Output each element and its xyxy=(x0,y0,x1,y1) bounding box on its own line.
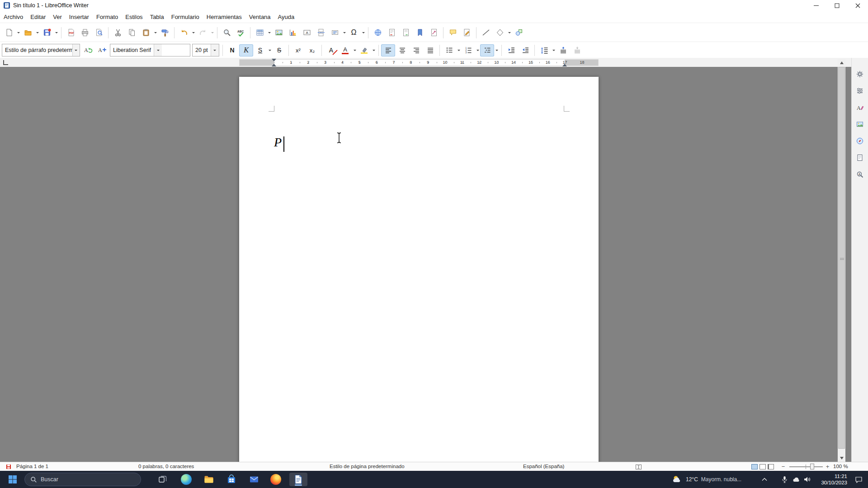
insert-field-dropdown[interactable] xyxy=(342,26,347,39)
scrollbar-thumb[interactable] xyxy=(838,67,845,449)
open-dropdown[interactable] xyxy=(35,26,40,39)
statusbar-language[interactable]: Español (España) xyxy=(523,464,564,469)
new-style-button[interactable]: A xyxy=(95,44,109,56)
show-draw-functions-button[interactable] xyxy=(512,26,526,39)
new-document-dropdown[interactable] xyxy=(16,26,21,39)
redo-button[interactable] xyxy=(196,26,210,39)
print-preview-button[interactable] xyxy=(92,26,106,39)
outline-list-button[interactable] xyxy=(480,44,494,56)
subscript-button[interactable]: x₂ xyxy=(305,44,319,56)
italic-button[interactable]: K xyxy=(239,44,253,56)
multi-page-view-button[interactable] xyxy=(760,464,766,469)
selection-mode-icon[interactable] xyxy=(636,465,642,469)
decrease-indent-button[interactable] xyxy=(518,44,532,56)
increase-indent-button[interactable] xyxy=(504,44,518,56)
underline-dropdown[interactable] xyxy=(267,43,272,57)
align-right-button[interactable] xyxy=(409,44,423,56)
sidebar-page-button[interactable] xyxy=(854,152,866,163)
firefox-browser-icon[interactable] xyxy=(267,473,285,486)
taskbar-clock[interactable]: 11:21 30/10/2023 xyxy=(821,473,847,486)
zoom-level[interactable]: 100 % xyxy=(833,464,848,469)
start-button[interactable] xyxy=(4,473,22,486)
zoom-out-button[interactable]: − xyxy=(780,464,786,469)
task-view-button[interactable] xyxy=(154,473,172,486)
font-size-dropdown[interactable] xyxy=(211,44,219,56)
font-name-combo[interactable]: Liberation Serif xyxy=(110,44,190,56)
strikethrough-button[interactable]: S xyxy=(272,44,286,56)
highlight-color-dropdown[interactable] xyxy=(371,43,376,57)
statusbar-word-count[interactable]: 0 palabras, 0 caracteres xyxy=(138,464,194,469)
undo-dropdown[interactable] xyxy=(191,26,196,39)
insert-pagebreak-button[interactable] xyxy=(314,26,328,39)
basic-shapes-dropdown[interactable] xyxy=(507,26,512,39)
line-spacing-button[interactable] xyxy=(537,44,551,56)
superscript-button[interactable]: x² xyxy=(291,44,305,56)
new-document-button[interactable] xyxy=(2,26,16,39)
weather-widget[interactable]: 12°C Mayorm. nubla... xyxy=(670,473,743,486)
zoom-slider-thumb[interactable] xyxy=(810,464,814,469)
microphone-tray-icon[interactable] xyxy=(779,473,789,486)
paragraph-style-dropdown[interactable] xyxy=(72,44,80,56)
unordered-list-button[interactable] xyxy=(442,44,456,56)
sidebar-properties-button[interactable] xyxy=(854,85,866,96)
taskbar-search-box[interactable]: Buscar xyxy=(24,473,141,486)
maximize-button[interactable] xyxy=(826,0,847,11)
undo-button[interactable] xyxy=(177,26,191,39)
sidebar-styles-button[interactable]: A xyxy=(854,102,866,113)
ruler-strip[interactable]: 123456789101112131415161718 xyxy=(239,59,599,66)
insert-line-button[interactable] xyxy=(479,26,493,39)
save-dropdown[interactable] xyxy=(54,26,59,39)
redo-dropdown[interactable] xyxy=(210,26,215,39)
scroll-down-button[interactable] xyxy=(838,455,845,462)
titlebar[interactable]: Sin título 1 - LibreOffice Writer xyxy=(0,0,868,11)
decrease-paragraph-spacing-button[interactable] xyxy=(570,44,584,56)
cut-button[interactable] xyxy=(111,26,125,39)
insert-endnote-button[interactable] xyxy=(399,26,413,39)
book-view-button[interactable] xyxy=(768,464,774,469)
basic-shapes-button[interactable] xyxy=(493,26,507,39)
document-page[interactable]: P xyxy=(239,77,599,462)
menu-archivo[interactable]: Archivo xyxy=(0,12,27,22)
single-page-view-button[interactable] xyxy=(751,464,758,469)
sidebar-settings-button[interactable] xyxy=(854,69,866,80)
insert-special-character-dropdown[interactable] xyxy=(361,26,366,39)
line-spacing-dropdown[interactable] xyxy=(551,43,556,57)
insert-comment-button[interactable] xyxy=(446,26,460,39)
scroll-up-button[interactable] xyxy=(838,59,845,66)
insert-hyperlink-button[interactable] xyxy=(371,26,385,39)
first-line-indent-marker[interactable] xyxy=(272,59,276,61)
bold-button[interactable]: N xyxy=(225,44,239,56)
justify-button[interactable] xyxy=(423,44,437,56)
menu-herramientas[interactable]: Herramientas xyxy=(203,12,245,22)
menu-estilos[interactable]: Estilos xyxy=(122,12,146,22)
paste-dropdown[interactable] xyxy=(153,26,158,39)
paragraph-style-combo[interactable]: Estilo de párrafo predetermin xyxy=(2,44,80,56)
menu-insertar[interactable]: Insertar xyxy=(66,12,93,22)
show-hidden-icons-button[interactable] xyxy=(760,473,769,486)
zoom-slider-track[interactable] xyxy=(789,466,823,467)
font-name-dropdown[interactable] xyxy=(154,44,162,56)
store-app-icon[interactable] xyxy=(222,473,241,486)
insert-image-button[interactable] xyxy=(272,26,286,39)
paste-button[interactable] xyxy=(139,26,153,39)
spelling-button[interactable]: ABC xyxy=(234,26,248,39)
edge-browser-icon[interactable] xyxy=(177,473,195,486)
menu-editar[interactable]: Editar xyxy=(27,12,49,22)
insert-field-button[interactable] xyxy=(328,26,342,39)
sidebar-style-inspector-button[interactable]: A xyxy=(854,169,866,180)
menu-ventana[interactable]: Ventana xyxy=(245,12,274,22)
highlight-color-button[interactable] xyxy=(357,44,371,56)
track-changes-button[interactable] xyxy=(460,26,474,39)
mail-app-icon[interactable] xyxy=(245,473,263,486)
menu-tabla[interactable]: Tabla xyxy=(146,12,168,22)
ordered-list-button[interactable]: 123 xyxy=(461,44,475,56)
export-pdf-button[interactable]: PDF xyxy=(64,26,78,39)
menu-ver[interactable]: Ver xyxy=(49,12,66,22)
menu-formato[interactable]: Formato xyxy=(93,12,122,22)
clear-formatting-button[interactable]: A xyxy=(324,44,338,56)
align-center-button[interactable] xyxy=(395,44,409,56)
writer-taskbar-icon[interactable] xyxy=(289,473,307,486)
close-button[interactable] xyxy=(847,0,868,11)
insert-textbox-button[interactable]: A xyxy=(300,26,314,39)
zoom-in-button[interactable]: + xyxy=(825,464,830,469)
